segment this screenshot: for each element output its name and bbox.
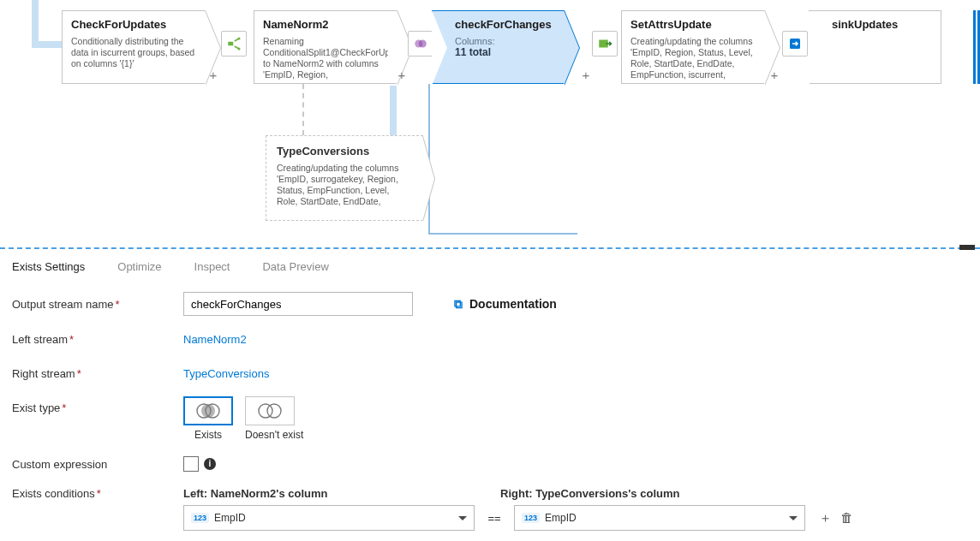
delete-condition-button[interactable]: 🗑 [840, 510, 853, 526]
node-title: NameNorm2 [263, 18, 388, 31]
sink-terminal-icon [973, 10, 980, 84]
split-icon [221, 31, 247, 56]
left-column-dropdown[interactable]: 123 EmpID [183, 505, 475, 531]
panel-divider[interactable] [0, 247, 980, 249]
derived-icon [592, 31, 618, 56]
label-left-stream: Left stream* [12, 333, 183, 346]
exist-type-exists-label: Exists [183, 429, 233, 441]
node-name-norm2[interactable]: NameNorm2 Renaming ConditionalSplit1@Che… [254, 10, 397, 84]
svg-point-2 [238, 48, 241, 51]
node-check-for-changes[interactable]: checkForChanges Columns: 11 total [432, 10, 565, 84]
conditions-left-header: Left: NameNorm2's column [183, 487, 500, 500]
output-stream-name-input[interactable] [183, 292, 413, 316]
chevron-down-icon [458, 516, 467, 520]
tab-exists-settings[interactable]: Exists Settings [12, 260, 85, 276]
settings-tabs: Exists Settings Optimize Inspect Data Pr… [12, 260, 968, 276]
add-branch-button[interactable]: + [206, 68, 220, 82]
tab-optimize[interactable]: Optimize [117, 260, 161, 276]
info-icon[interactable]: i [204, 458, 216, 470]
conditions-right-header: Right: TypeConversions's column [500, 487, 679, 500]
exists-icon [408, 31, 433, 56]
exist-type-group: Exists Doesn't exist [183, 396, 303, 441]
node-subtext: Columns: 11 total [455, 36, 555, 58]
node-title: checkForChanges [455, 18, 555, 31]
flow-connector [32, 41, 63, 48]
label-custom-expression: Custom expression [12, 458, 183, 471]
dataflow-canvas[interactable]: CheckForUpdates Conditionally distributi… [0, 0, 980, 248]
exist-type-not-exists-label: Doesn't exist [245, 429, 303, 441]
settings-panel: Exists Settings Optimize Inspect Data Pr… [0, 250, 980, 541]
add-branch-button[interactable]: + [579, 68, 593, 82]
documentation-link[interactable]: ⧉ Documentation [454, 297, 557, 312]
right-column-dropdown[interactable]: 123 EmpID [514, 505, 805, 531]
svg-point-4 [419, 40, 427, 48]
flow-connector-dashed [302, 84, 304, 135]
add-condition-button[interactable]: ＋ [819, 510, 832, 526]
exist-type-exists[interactable] [183, 396, 233, 425]
node-notch [432, 10, 447, 86]
right-stream-link[interactable]: TypeConversions [183, 367, 269, 380]
custom-expression-checkbox[interactable] [183, 456, 199, 472]
exist-type-not-exists[interactable] [245, 396, 295, 425]
node-check-for-updates[interactable]: CheckForUpdates Conditionally distributi… [62, 10, 206, 84]
condition-row: 123 EmpID == 123 EmpID ＋ 🗑 [183, 505, 968, 531]
label-exists-conditions: Exists conditions* [12, 487, 183, 500]
svg-rect-0 [228, 42, 233, 46]
venn-icon [193, 401, 224, 420]
tab-inspect[interactable]: Inspect [194, 260, 230, 276]
node-desc: Conditionally distributing the data in i… [71, 36, 196, 69]
svg-point-10 [267, 404, 281, 418]
node-title: sinkUpdates [832, 18, 932, 31]
column-type-tag: 123 [522, 513, 540, 523]
right-column-value: EmpID [545, 512, 577, 524]
node-notch [809, 10, 824, 86]
node-desc: Creating/updating the columns 'EmpID, Re… [630, 36, 756, 80]
node-title: TypeConversions [277, 145, 412, 158]
chevron-down-icon [789, 516, 798, 520]
label-exist-type: Exist type* [12, 396, 183, 414]
node-title: SetAttrsUpdate [630, 18, 756, 31]
tab-data-preview[interactable]: Data Preview [262, 260, 328, 276]
svg-point-9 [259, 404, 272, 418]
left-stream-link[interactable]: NameNorm2 [183, 333, 247, 346]
node-desc: Renaming ConditionalSplit1@CheckForUpdat… [263, 36, 388, 80]
node-title: CheckForUpdates [71, 18, 196, 31]
left-column-value: EmpID [214, 512, 246, 524]
node-type-conversions[interactable]: TypeConversions Creating/updating the co… [266, 135, 423, 221]
node-desc: Creating/updating the columns 'EmpID, su… [277, 163, 412, 208]
column-type-tag: 123 [191, 513, 209, 523]
label-right-stream: Right stream* [12, 367, 183, 380]
label-output-stream-name: Output stream name* [12, 298, 183, 311]
sink-icon [782, 31, 808, 56]
venn-icon [254, 401, 285, 420]
selection-guide [428, 233, 577, 235]
external-link-icon: ⧉ [454, 297, 463, 312]
equals-operator: == [483, 512, 505, 525]
node-set-attrs-update[interactable]: SetAttrsUpdate Creating/updating the col… [621, 10, 765, 84]
node-sink-updates[interactable]: sinkUpdates [809, 10, 941, 84]
svg-point-1 [238, 38, 241, 40]
add-branch-button[interactable]: + [395, 68, 409, 82]
add-branch-button[interactable]: + [768, 68, 781, 82]
node-arrow [564, 10, 579, 86]
node-arrow [422, 136, 434, 222]
